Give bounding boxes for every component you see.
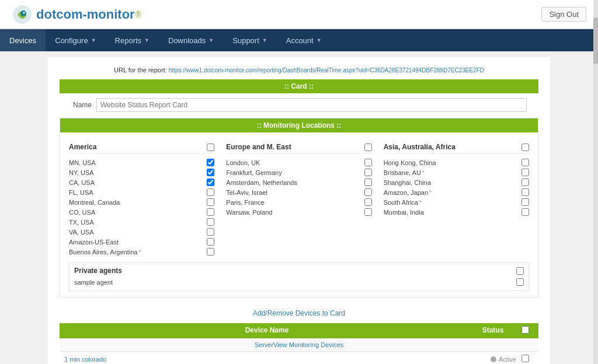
- card-section-header: :: Card ::: [60, 79, 538, 93]
- location-checkbox-va-usa[interactable]: [207, 228, 214, 236]
- nav-item-configure[interactable]: Configure ▼: [46, 29, 105, 51]
- location-checkbox-fl-usa[interactable]: [207, 188, 214, 196]
- list-item: NY, USA: [69, 167, 214, 177]
- logo-icon: [12, 4, 33, 25]
- name-input[interactable]: [96, 98, 527, 112]
- list-item: CA, USA: [69, 177, 214, 187]
- nav-bar: Devices Configure ▼ Reports ▼ Downloads …: [0, 29, 598, 51]
- location-checkbox-tx-usa[interactable]: [207, 218, 214, 226]
- location-checkbox-shanghai[interactable]: [521, 178, 529, 186]
- serverview-link[interactable]: ServerView Monitoring Devices: [255, 341, 344, 348]
- location-checkbox-frankfurt[interactable]: [364, 169, 372, 176]
- asia-col-header: Asia, Australia, Africa: [384, 143, 529, 154]
- europe-select-all-checkbox[interactable]: [364, 144, 372, 151]
- list-item: Paris, France: [226, 197, 371, 207]
- list-item: London, UK: [226, 158, 371, 167]
- list-item: Tel-Aviv, Israel: [226, 187, 371, 197]
- nav-item-account[interactable]: Account ▼: [277, 29, 331, 51]
- status-badge: Active: [499, 356, 516, 363]
- location-checkbox-paris[interactable]: [364, 198, 372, 206]
- monitoring-columns: America MN, USA NY, USA CA, USA FL, USA: [60, 137, 538, 262]
- nav-item-reports[interactable]: Reports ▼: [106, 29, 159, 51]
- status-icon: [491, 356, 496, 362]
- location-checkbox-amsterdam[interactable]: [364, 178, 372, 186]
- table-row: 1 min colorado Active: [60, 352, 538, 364]
- location-checkbox-buenos-aires[interactable]: [207, 248, 214, 256]
- list-item: Montreal, Canada: [69, 197, 214, 207]
- list-item: MN, USA: [69, 158, 214, 167]
- location-checkbox-amazon-us-east[interactable]: [207, 238, 214, 246]
- logo: dotcom-monitor ®: [12, 4, 141, 25]
- list-item: FL, USA: [69, 187, 214, 197]
- location-checkbox-ny-usa[interactable]: [207, 169, 214, 176]
- location-checkbox-south-africa[interactable]: [521, 198, 529, 206]
- private-agents-select-all-checkbox[interactable]: [516, 267, 524, 275]
- list-item: VA, USA: [69, 227, 214, 237]
- list-item: Amsterdam, Netherlands: [226, 177, 371, 187]
- device-table-select-all[interactable]: [521, 326, 529, 334]
- add-remove-row: Add/Remove Devices to Card: [60, 303, 538, 323]
- add-remove-link[interactable]: Add/Remove Devices to Card: [253, 309, 345, 317]
- name-row: Name: [60, 98, 538, 112]
- location-checkbox-mumbai[interactable]: [521, 208, 529, 216]
- url-row: URL for the report: https://www1.dotcom-…: [60, 63, 538, 79]
- nav-item-support[interactable]: Support ▼: [223, 29, 276, 51]
- list-item: Hong Kong, China: [384, 158, 529, 167]
- america-col-header: America: [69, 143, 214, 154]
- name-label: Name: [71, 101, 92, 109]
- asia-select-all-checkbox[interactable]: [521, 144, 529, 151]
- monitoring-section: :: Monitoring Locations :: America MN, U…: [60, 118, 538, 298]
- chevron-down-icon: ▼: [144, 37, 150, 43]
- logo-text: dotcom-monitor: [36, 7, 135, 22]
- nav-item-downloads[interactable]: Downloads ▼: [159, 29, 223, 51]
- chevron-down-icon: ▼: [91, 37, 96, 43]
- device-checkbox-1min-colorado[interactable]: [521, 355, 529, 362]
- private-agents-header: Private agents: [74, 267, 524, 275]
- scrollbar-track: [593, 0, 598, 364]
- logo-trademark: ®: [135, 10, 141, 19]
- list-item: Brisbane, AU*: [384, 167, 529, 177]
- list-item: Mumbai, India: [384, 207, 529, 217]
- private-agents-section: Private agents sample agent: [69, 262, 529, 291]
- monitoring-header: :: Monitoring Locations ::: [60, 118, 538, 132]
- list-item: Frankfurt, Germany: [226, 167, 371, 177]
- list-item: Amazon, Japan*: [384, 187, 529, 197]
- list-item: Shanghai, China: [384, 177, 529, 187]
- america-select-all-checkbox[interactable]: [207, 144, 214, 151]
- location-checkbox-amazon-japan[interactable]: [521, 188, 529, 196]
- list-item: TX, USA: [69, 217, 214, 227]
- location-checkbox-warsaw[interactable]: [364, 208, 372, 216]
- monitoring-col-europe: Europe and M. East London, UK Frankfurt,…: [226, 143, 371, 257]
- location-checkbox-london[interactable]: [364, 159, 372, 166]
- agent-checkbox-sample[interactable]: [516, 278, 524, 286]
- report-url-link[interactable]: https://www1.dotcom-monitor.com/reportin…: [169, 67, 484, 74]
- list-item: Amazon-US-East: [69, 237, 214, 247]
- chevron-down-icon: ▼: [317, 37, 322, 43]
- sign-out-button[interactable]: Sign Out: [541, 7, 586, 22]
- location-checkbox-mn-usa[interactable]: [207, 159, 214, 166]
- europe-col-header: Europe and M. East: [226, 143, 371, 154]
- device-table: Device Name Status ServerView Monitoring…: [60, 323, 538, 364]
- location-checkbox-ca-usa[interactable]: [207, 178, 214, 186]
- location-checkbox-montreal[interactable]: [207, 198, 214, 206]
- location-checkbox-brisbane[interactable]: [521, 169, 529, 176]
- nav-item-devices[interactable]: Devices: [0, 29, 46, 51]
- list-item: Warsaw, Poland: [226, 207, 371, 217]
- list-item: South Africa*: [384, 197, 529, 207]
- chevron-down-icon: ▼: [262, 37, 267, 43]
- device-link-1min-colorado[interactable]: 1 min colorado: [64, 356, 106, 363]
- top-bar: dotcom-monitor ® Sign Out: [0, 0, 598, 29]
- monitoring-col-asia: Asia, Australia, Africa Hong Kong, China…: [384, 143, 529, 257]
- location-checkbox-co-usa[interactable]: [207, 208, 214, 216]
- serverview-row: ServerView Monitoring Devices: [60, 338, 538, 352]
- scrollbar-thumb[interactable]: [593, 18, 598, 64]
- device-table-header: Device Name Status: [60, 323, 538, 338]
- location-checkbox-telaviv[interactable]: [364, 188, 372, 196]
- chevron-down-icon: ▼: [208, 37, 214, 43]
- location-checkbox-hongkong[interactable]: [521, 159, 529, 166]
- main-content: URL for the report: https://www1.dotcom-…: [48, 57, 550, 364]
- list-item: CO, USA: [69, 207, 214, 217]
- monitoring-col-america: America MN, USA NY, USA CA, USA FL, USA: [69, 143, 214, 257]
- svg-point-2: [23, 12, 25, 14]
- list-item: sample agent: [74, 277, 524, 287]
